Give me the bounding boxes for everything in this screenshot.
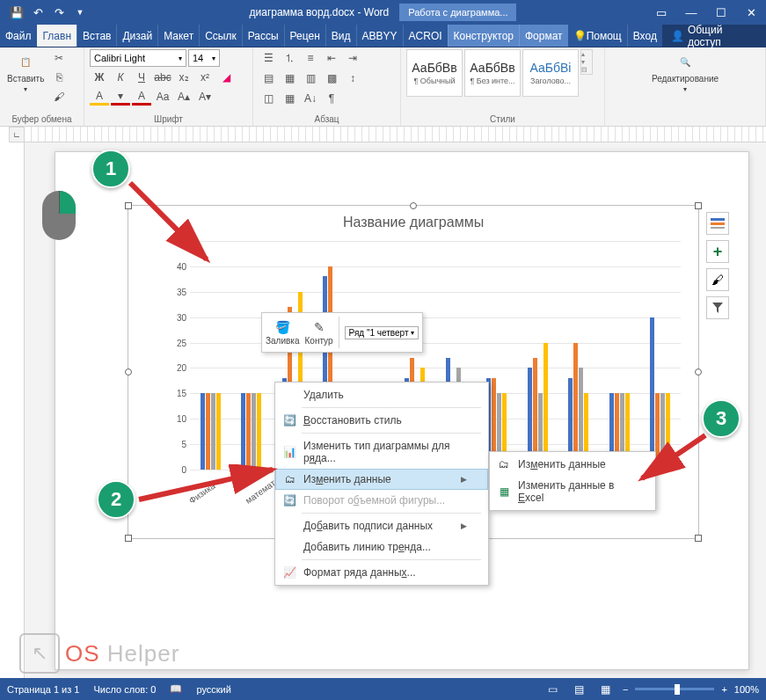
- tab-layout[interactable]: Макет: [157, 25, 199, 47]
- bar[interactable]: [650, 317, 654, 470]
- share-button[interactable]: 👤 Общий доступ: [662, 25, 766, 47]
- ctx-add-trendline[interactable]: Добавить линию тренда...: [275, 536, 488, 558]
- tab-abbyy[interactable]: ABBYY: [356, 25, 403, 47]
- style-no-spacing[interactable]: АаБбВв¶ Без инте...: [464, 49, 521, 97]
- borders-button[interactable]: ▦: [280, 90, 299, 107]
- tab-insert[interactable]: Встав: [77, 25, 116, 47]
- bar[interactable]: [252, 393, 256, 470]
- bullets-button[interactable]: ☰: [259, 49, 278, 67]
- bar[interactable]: [660, 393, 665, 470]
- minimize-icon[interactable]: —: [676, 0, 706, 25]
- sort-button[interactable]: A↓: [301, 90, 320, 107]
- redo-icon[interactable]: ↷: [49, 3, 69, 22]
- ctx-edit-data[interactable]: 🗂Изменить данные▶: [275, 469, 488, 490]
- italic-button[interactable]: К: [111, 69, 130, 86]
- resize-handle[interactable]: [695, 368, 702, 376]
- bar[interactable]: [201, 393, 205, 470]
- change-case-button[interactable]: Aa: [153, 88, 172, 106]
- print-layout-icon[interactable]: ▤: [570, 682, 589, 697]
- strike-button[interactable]: abc: [153, 69, 172, 86]
- tab-view[interactable]: Вид: [325, 25, 356, 47]
- decrease-indent-button[interactable]: ⇤: [322, 49, 341, 67]
- tab-file[interactable]: Файл: [0, 25, 37, 47]
- styles-more-icon[interactable]: ⊟: [581, 66, 592, 74]
- tab-review[interactable]: Рецен: [284, 25, 325, 47]
- superscript-button[interactable]: x²: [195, 69, 215, 86]
- find-button[interactable]: 🔍 Редактирование ▾: [650, 49, 720, 95]
- bold-button[interactable]: Ж: [90, 69, 109, 86]
- underline-button[interactable]: Ч: [132, 69, 151, 86]
- bar-group[interactable]: [190, 393, 231, 470]
- maximize-icon[interactable]: ☐: [706, 0, 736, 25]
- justify-button[interactable]: ▩: [322, 69, 341, 87]
- resize-handle[interactable]: [125, 202, 132, 209]
- paste-button[interactable]: 📋 Вставить ▾: [5, 49, 46, 95]
- read-mode-icon[interactable]: ▭: [543, 682, 563, 697]
- chart-title[interactable]: Название диаграммы: [128, 206, 698, 234]
- format-painter-icon[interactable]: 🖌: [49, 88, 69, 106]
- bar[interactable]: [206, 393, 210, 470]
- qat-dropdown-icon[interactable]: ▼: [70, 3, 90, 22]
- chart-layout-icon[interactable]: [706, 212, 729, 235]
- highlight-button[interactable]: A: [90, 88, 109, 106]
- word-count[interactable]: Число слов: 0: [93, 684, 156, 695]
- resize-handle[interactable]: [125, 368, 132, 376]
- styles-down-icon[interactable]: ▾: [581, 58, 592, 66]
- ctx-change-type[interactable]: 📊Изменить тип диаграммы для ряда...: [275, 435, 488, 469]
- sub-edit-excel[interactable]: ▦Изменить данные в Excel: [490, 475, 655, 508]
- bar[interactable]: [216, 393, 221, 470]
- spellcheck-icon[interactable]: 📖: [170, 683, 182, 695]
- style-normal[interactable]: АаБбВв¶ Обычный: [406, 49, 463, 97]
- sub-edit-data[interactable]: 🗂Изменить данные: [490, 454, 655, 475]
- series-selector-combo[interactable]: Ряд "1 четверт ▾: [345, 326, 419, 339]
- tell-me-input[interactable]: 💡 Помощ: [568, 25, 627, 47]
- ctx-add-labels[interactable]: Добавить подписи данных▶: [275, 515, 488, 536]
- font-size-combo[interactable]: 14▾: [188, 49, 220, 67]
- style-heading1[interactable]: АаБбВіЗаголово...: [522, 49, 579, 97]
- ctx-delete[interactable]: Удалить: [275, 384, 488, 405]
- ctx-format-series[interactable]: 📈Формат ряда данных...: [275, 562, 488, 583]
- tab-mailings[interactable]: Рассы: [242, 25, 284, 47]
- tab-acrobat[interactable]: ACROI: [403, 25, 448, 47]
- undo-icon[interactable]: ↶: [28, 3, 47, 22]
- fill-button[interactable]: 🪣 Заливка: [266, 320, 300, 346]
- resize-handle[interactable]: [410, 202, 417, 209]
- bar[interactable]: [655, 393, 660, 470]
- resize-handle[interactable]: [695, 202, 702, 209]
- tab-chart-format[interactable]: Формат: [519, 25, 568, 47]
- zoom-slider[interactable]: [635, 688, 714, 690]
- ruler-corner[interactable]: ∟: [9, 127, 25, 142]
- bar[interactable]: [257, 393, 261, 470]
- bar[interactable]: [666, 393, 670, 470]
- language-status[interactable]: русский: [196, 684, 230, 695]
- bar[interactable]: [241, 393, 245, 470]
- vertical-ruler[interactable]: [9, 142, 25, 678]
- font-color-button[interactable]: ▾: [111, 88, 130, 106]
- styles-up-icon[interactable]: ▴: [581, 50, 592, 58]
- resize-handle[interactable]: [125, 535, 132, 542]
- chart-styles-icon[interactable]: 🖌: [706, 268, 729, 291]
- chart-elements-icon[interactable]: +: [706, 240, 729, 263]
- bar[interactable]: [211, 393, 215, 470]
- subscript-button[interactable]: x₂: [174, 69, 193, 86]
- tab-chart-design[interactable]: Конструктор: [448, 25, 519, 47]
- tab-home[interactable]: Главн: [37, 25, 77, 47]
- outline-button[interactable]: ✎ Контур: [305, 320, 333, 346]
- resize-handle[interactable]: [695, 535, 702, 542]
- numbering-button[interactable]: ⒈: [280, 49, 299, 67]
- zoom-in-button[interactable]: +: [721, 684, 726, 695]
- shading-button[interactable]: ◫: [259, 90, 278, 107]
- zoom-level[interactable]: 100%: [734, 684, 759, 695]
- cut-icon[interactable]: ✂: [49, 49, 69, 67]
- clear-format-icon[interactable]: ◢: [216, 69, 236, 86]
- text-effect-button[interactable]: A: [132, 88, 151, 106]
- tab-references[interactable]: Ссылк: [199, 25, 242, 47]
- close-icon[interactable]: ✕: [736, 0, 766, 25]
- bar[interactable]: [246, 393, 251, 470]
- show-marks-button[interactable]: ¶: [322, 90, 341, 107]
- copy-icon[interactable]: ⎘: [49, 69, 69, 86]
- align-center-button[interactable]: ▦: [280, 69, 299, 87]
- bar-group[interactable]: [640, 317, 682, 470]
- shrink-font-button[interactable]: A▾: [195, 88, 215, 106]
- web-layout-icon[interactable]: ▦: [596, 682, 616, 697]
